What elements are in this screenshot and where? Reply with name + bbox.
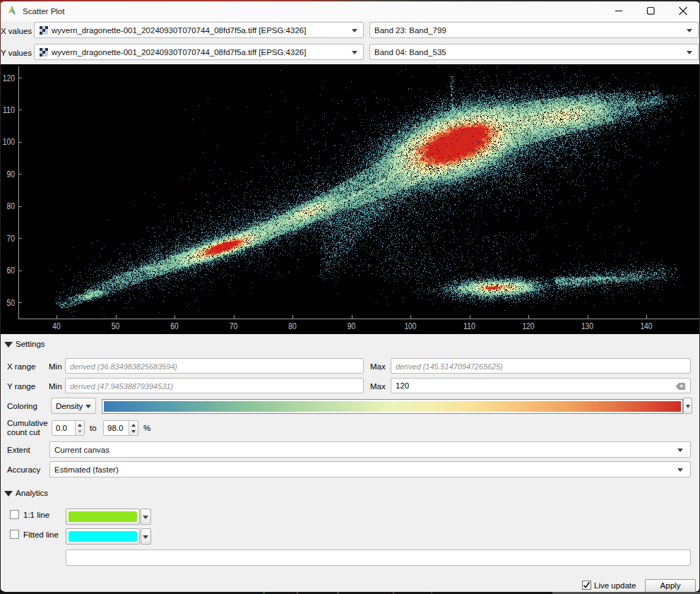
svg-text:90: 90 xyxy=(7,169,16,179)
svg-text:80: 80 xyxy=(288,321,297,331)
svg-text:140: 140 xyxy=(640,321,652,331)
svg-text:70: 70 xyxy=(7,233,16,244)
svg-text:100: 100 xyxy=(3,136,15,147)
svg-text:80: 80 xyxy=(7,201,16,211)
svg-text:110: 110 xyxy=(463,321,475,331)
svg-text:60: 60 xyxy=(7,265,16,275)
svg-text:130: 130 xyxy=(581,321,593,331)
svg-text:100: 100 xyxy=(404,321,416,331)
svg-text:50: 50 xyxy=(7,297,16,308)
svg-text:40: 40 xyxy=(52,321,61,331)
svg-text:60: 60 xyxy=(170,321,179,331)
svg-text:120: 120 xyxy=(3,73,15,83)
svg-text:90: 90 xyxy=(348,321,356,331)
svg-text:120: 120 xyxy=(522,321,534,331)
svg-text:70: 70 xyxy=(230,321,238,331)
svg-text:110: 110 xyxy=(3,105,15,115)
svg-text:50: 50 xyxy=(112,321,120,331)
